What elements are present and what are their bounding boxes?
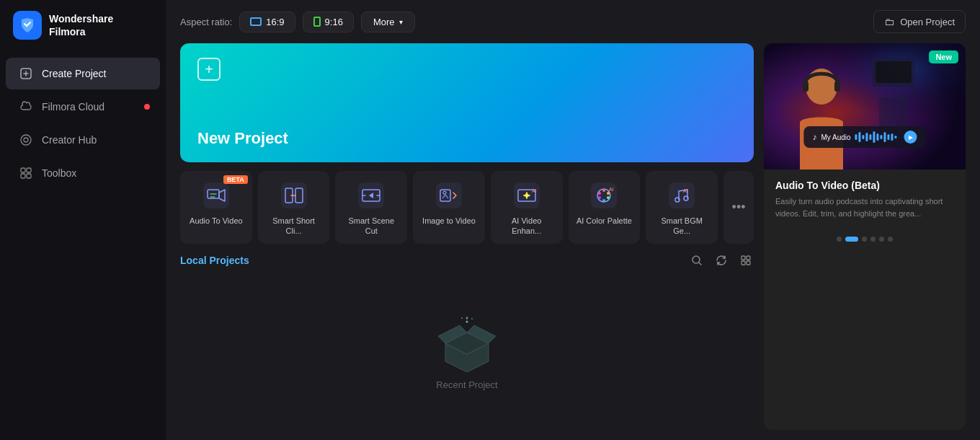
logo-area: Wondershare Filmora <box>0 0 166 50</box>
creator-hub-icon <box>19 133 33 147</box>
svg-text:AI: AI <box>532 188 537 193</box>
svg-point-39 <box>471 318 473 320</box>
new-project-plus-icon: + <box>197 58 220 81</box>
wave-bar <box>884 132 886 142</box>
sidebar-item-label: Create Project <box>42 68 106 79</box>
more-tools-button[interactable]: ••• <box>723 171 754 244</box>
create-project-icon <box>19 66 33 81</box>
carousel-dot[interactable] <box>837 237 842 242</box>
feature-card: New ♪ My Audio <box>764 43 966 430</box>
aspect-16-9-button[interactable]: 16:9 <box>239 12 295 32</box>
svg-point-40 <box>461 317 463 319</box>
svg-rect-37 <box>747 261 750 265</box>
smart-bgm-icon: AI <box>667 181 696 210</box>
content-grid: + New Project BETA Audio To Vide <box>180 43 966 430</box>
search-button[interactable] <box>689 252 705 268</box>
chevron-down-icon: ▾ <box>399 18 403 26</box>
aspect-ratio-label: Aspect ratio: <box>180 17 232 27</box>
sidebar-item-toolbox[interactable]: Toolbox <box>6 157 160 189</box>
svg-rect-45 <box>834 82 840 92</box>
svg-text:AI: AI <box>609 187 614 192</box>
image-to-video-icon <box>435 181 463 210</box>
audio-wave-overlay: ♪ My Audio <box>803 126 925 148</box>
ai-tool-smart-short-clip[interactable]: Smart Short Cli... <box>258 171 330 244</box>
svg-point-23 <box>607 192 610 195</box>
ratio-9-16-label: 9:16 <box>325 17 343 27</box>
phone-icon <box>313 17 321 27</box>
logo-text: Wondershare Filmora <box>49 12 113 38</box>
ai-tool-image-to-video[interactable]: Image to Video <box>413 171 485 244</box>
new-project-title: New Project <box>197 129 288 148</box>
smart-scene-cut-icon <box>357 181 386 210</box>
audio-label: My Audio <box>821 133 850 141</box>
sidebar: Wondershare Filmora Create Project Filmo… <box>0 0 166 440</box>
ai-tool-label: Smart Scene Cut <box>342 216 400 237</box>
ai-tool-smart-bgm[interactable]: AI Smart BGM Ge... <box>646 171 718 244</box>
feature-info: Audio To Video (Beta) Easily turn audio … <box>764 170 966 229</box>
svg-point-24 <box>607 196 610 199</box>
sidebar-item-label: Filmora Cloud <box>42 101 104 113</box>
wave-bar <box>866 133 868 141</box>
svg-rect-5 <box>21 174 25 178</box>
ai-tool-audio-to-video[interactable]: BETA Audio To Video <box>180 171 252 244</box>
svg-point-22 <box>602 189 605 192</box>
svg-point-1 <box>21 135 31 145</box>
carousel-dot[interactable] <box>888 237 893 242</box>
main-content: Aspect ratio: 16:9 9:16 More ▾ 🗀 Open Pr… <box>166 0 980 440</box>
ellipsis-icon: ••• <box>732 200 746 215</box>
carousel-dot[interactable] <box>862 237 867 242</box>
wave-bar <box>855 134 858 140</box>
wave-bar <box>891 133 894 141</box>
ai-tool-label: AI Video Enhan... <box>498 216 556 237</box>
wave-bar <box>859 132 861 142</box>
right-panel: New ♪ My Audio <box>764 43 966 430</box>
carousel-dot[interactable] <box>879 237 884 242</box>
wave-bar <box>895 136 897 138</box>
ai-video-enhance-icon: AI <box>512 181 541 210</box>
feature-description: Easily turn audio podcasts into captivat… <box>775 195 954 219</box>
ai-tool-smart-scene-cut[interactable]: Smart Scene Cut <box>335 171 407 244</box>
svg-rect-3 <box>21 168 25 172</box>
smart-short-clip-icon <box>280 181 308 210</box>
local-projects-title: Local Projects <box>180 255 249 266</box>
cloud-icon <box>19 100 33 114</box>
new-project-banner[interactable]: + New Project <box>180 43 754 162</box>
logo-icon <box>13 11 42 40</box>
ai-tool-ai-color-palette[interactable]: AI AI Color Palette <box>569 171 641 244</box>
refresh-button[interactable] <box>713 252 729 268</box>
carousel-dot[interactable] <box>870 237 876 242</box>
section-tools <box>689 252 754 268</box>
sidebar-item-label: Toolbox <box>42 167 76 179</box>
svg-rect-47 <box>876 61 912 83</box>
notification-dot <box>144 104 150 110</box>
svg-text:AI: AI <box>683 188 688 193</box>
ai-color-palette-icon: AI <box>589 181 618 210</box>
empty-projects: Recent Project <box>180 276 754 430</box>
carousel-dot-active[interactable] <box>845 237 858 242</box>
svg-rect-29 <box>669 182 695 208</box>
wave-bars <box>855 131 897 143</box>
wave-bar <box>863 135 865 139</box>
folder-icon: 🗀 <box>884 16 894 27</box>
sidebar-item-filmora-cloud[interactable]: Filmora Cloud <box>6 91 160 123</box>
svg-point-25 <box>602 199 605 202</box>
more-aspect-button[interactable]: More ▾ <box>361 12 415 32</box>
play-button[interactable]: ▶ <box>904 131 917 144</box>
open-project-button[interactable]: 🗀 Open Project <box>873 10 966 33</box>
empty-projects-text: Recent Project <box>436 379 497 390</box>
sidebar-item-creator-hub[interactable]: Creator Hub <box>6 124 160 156</box>
section-header: Local Projects <box>180 252 754 268</box>
ai-tool-ai-video-enhance[interactable]: AI AI Video Enhan... <box>491 171 563 244</box>
wave-bar <box>881 135 883 139</box>
ai-tool-label: Audio To Video <box>190 216 243 226</box>
sidebar-item-create-project[interactable]: Create Project <box>6 58 160 89</box>
ratio-16-9-label: 16:9 <box>266 17 284 27</box>
local-projects-section: Local Projects <box>180 252 754 430</box>
svg-rect-44 <box>803 82 808 92</box>
feature-title: Audio To Video (Beta) <box>775 180 954 191</box>
wave-bar <box>873 131 876 143</box>
svg-rect-6 <box>27 174 31 178</box>
grid-view-button[interactable] <box>738 252 754 268</box>
aspect-9-16-button[interactable]: 9:16 <box>303 12 354 32</box>
aspect-ratio-area: Aspect ratio: 16:9 9:16 More ▾ <box>180 12 415 32</box>
